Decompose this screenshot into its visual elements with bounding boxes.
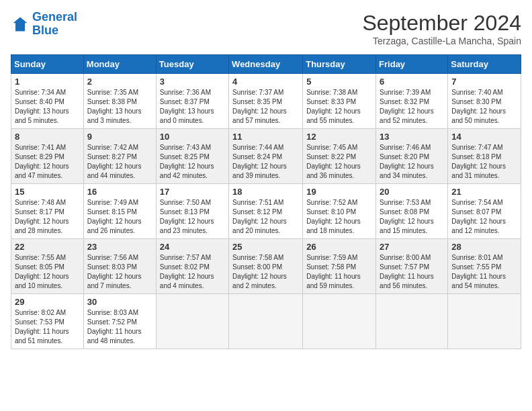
- day-info: Sunrise: 7:37 AMSunset: 8:35 PMDaylight:…: [232, 88, 299, 126]
- day-info: Sunrise: 7:39 AMSunset: 8:32 PMDaylight:…: [380, 88, 444, 126]
- calendar-cell: 4Sunrise: 7:37 AMSunset: 8:35 PMDaylight…: [229, 74, 303, 129]
- day-number: 3: [160, 77, 225, 87]
- day-info: Sunrise: 7:43 AMSunset: 8:25 PMDaylight:…: [160, 143, 225, 181]
- day-number: 8: [15, 132, 80, 142]
- calendar-cell: [376, 294, 448, 349]
- title-block: September 2024 Terzaga, Castille-La Manc…: [362, 11, 521, 46]
- logo-text: General Blue: [32, 11, 77, 38]
- day-info: Sunrise: 7:47 AMSunset: 8:18 PMDaylight:…: [451, 143, 517, 181]
- location: Terzaga, Castille-La Mancha, Spain: [362, 36, 521, 46]
- day-number: 28: [451, 242, 517, 252]
- day-number: 29: [15, 297, 80, 307]
- day-number: 12: [306, 132, 372, 142]
- day-info: Sunrise: 7:58 AMSunset: 8:00 PMDaylight:…: [232, 253, 299, 291]
- day-info: Sunrise: 7:36 AMSunset: 8:37 PMDaylight:…: [160, 88, 225, 126]
- day-info: Sunrise: 8:02 AMSunset: 7:53 PMDaylight:…: [15, 308, 80, 346]
- day-info: Sunrise: 7:40 AMSunset: 8:30 PMDaylight:…: [451, 88, 517, 126]
- calendar-cell: 24Sunrise: 7:57 AMSunset: 8:02 PMDayligh…: [156, 239, 228, 294]
- calendar-cell: 6Sunrise: 7:39 AMSunset: 8:32 PMDaylight…: [376, 74, 448, 129]
- day-number: 9: [87, 132, 152, 142]
- calendar-cell: [448, 294, 521, 349]
- day-number: 14: [451, 132, 517, 142]
- day-number: 20: [380, 187, 444, 197]
- day-number: 27: [380, 242, 444, 252]
- day-number: 13: [380, 132, 444, 142]
- column-header-thursday: Thursday: [303, 55, 376, 74]
- day-info: Sunrise: 7:45 AMSunset: 8:22 PMDaylight:…: [306, 143, 372, 181]
- day-info: Sunrise: 7:41 AMSunset: 8:29 PMDaylight:…: [15, 143, 80, 181]
- day-info: Sunrise: 7:59 AMSunset: 7:58 PMDaylight:…: [306, 253, 372, 291]
- calendar-cell: [303, 294, 376, 349]
- day-info: Sunrise: 7:50 AMSunset: 8:13 PMDaylight:…: [160, 198, 225, 236]
- day-number: 11: [232, 132, 299, 142]
- column-header-friday: Friday: [376, 55, 448, 74]
- day-number: 30: [87, 297, 152, 307]
- calendar-cell: [229, 294, 303, 349]
- svg-marker-0: [13, 17, 28, 31]
- page-header: General Blue September 2024 Terzaga, Cas…: [11, 11, 521, 46]
- calendar-week-row: 22Sunrise: 7:55 AMSunset: 8:05 PMDayligh…: [11, 239, 521, 294]
- calendar-week-row: 15Sunrise: 7:48 AMSunset: 8:17 PMDayligh…: [11, 184, 521, 239]
- day-number: 5: [306, 77, 372, 87]
- day-info: Sunrise: 8:03 AMSunset: 7:52 PMDaylight:…: [87, 308, 152, 346]
- day-number: 15: [15, 187, 80, 197]
- day-info: Sunrise: 7:52 AMSunset: 8:10 PMDaylight:…: [306, 198, 372, 236]
- day-number: 22: [15, 242, 80, 252]
- calendar-cell: 1Sunrise: 7:34 AMSunset: 8:40 PMDaylight…: [11, 74, 84, 129]
- calendar-cell: 21Sunrise: 7:54 AMSunset: 8:07 PMDayligh…: [448, 184, 521, 239]
- day-info: Sunrise: 7:34 AMSunset: 8:40 PMDaylight:…: [15, 88, 80, 126]
- calendar-cell: 22Sunrise: 7:55 AMSunset: 8:05 PMDayligh…: [11, 239, 84, 294]
- day-info: Sunrise: 7:38 AMSunset: 8:33 PMDaylight:…: [306, 88, 372, 126]
- day-info: Sunrise: 7:49 AMSunset: 8:15 PMDaylight:…: [87, 198, 152, 236]
- calendar-week-row: 1Sunrise: 7:34 AMSunset: 8:40 PMDaylight…: [11, 74, 521, 129]
- calendar-cell: 17Sunrise: 7:50 AMSunset: 8:13 PMDayligh…: [156, 184, 228, 239]
- day-number: 1: [15, 77, 80, 87]
- calendar-cell: 26Sunrise: 7:59 AMSunset: 7:58 PMDayligh…: [303, 239, 376, 294]
- day-info: Sunrise: 7:42 AMSunset: 8:27 PMDaylight:…: [87, 143, 152, 181]
- column-header-tuesday: Tuesday: [156, 55, 228, 74]
- column-header-sunday: Sunday: [11, 55, 84, 74]
- day-number: 16: [87, 187, 152, 197]
- column-header-monday: Monday: [83, 55, 156, 74]
- day-number: 21: [451, 187, 517, 197]
- day-info: Sunrise: 8:00 AMSunset: 7:57 PMDaylight:…: [380, 253, 444, 291]
- day-info: Sunrise: 7:56 AMSunset: 8:03 PMDaylight:…: [87, 253, 152, 291]
- day-number: 6: [380, 77, 444, 87]
- day-number: 7: [451, 77, 517, 87]
- day-info: Sunrise: 7:35 AMSunset: 8:38 PMDaylight:…: [87, 88, 152, 126]
- calendar-cell: 10Sunrise: 7:43 AMSunset: 8:25 PMDayligh…: [156, 129, 228, 184]
- day-info: Sunrise: 7:48 AMSunset: 8:17 PMDaylight:…: [15, 198, 80, 236]
- calendar-cell: [156, 294, 228, 349]
- calendar-week-row: 8Sunrise: 7:41 AMSunset: 8:29 PMDaylight…: [11, 129, 521, 184]
- calendar-cell: 8Sunrise: 7:41 AMSunset: 8:29 PMDaylight…: [11, 129, 84, 184]
- calendar-table: SundayMondayTuesdayWednesdayThursdayFrid…: [11, 54, 521, 349]
- day-info: Sunrise: 8:01 AMSunset: 7:55 PMDaylight:…: [451, 253, 517, 291]
- day-number: 2: [87, 77, 152, 87]
- calendar-cell: 23Sunrise: 7:56 AMSunset: 8:03 PMDayligh…: [83, 239, 156, 294]
- day-number: 10: [160, 132, 225, 142]
- calendar-cell: 12Sunrise: 7:45 AMSunset: 8:22 PMDayligh…: [303, 129, 376, 184]
- calendar-week-row: 29Sunrise: 8:02 AMSunset: 7:53 PMDayligh…: [11, 294, 521, 349]
- calendar-cell: 3Sunrise: 7:36 AMSunset: 8:37 PMDaylight…: [156, 74, 228, 129]
- calendar-cell: 16Sunrise: 7:49 AMSunset: 8:15 PMDayligh…: [83, 184, 156, 239]
- day-number: 17: [160, 187, 225, 197]
- calendar-cell: 7Sunrise: 7:40 AMSunset: 8:30 PMDaylight…: [448, 74, 521, 129]
- logo: General Blue: [11, 11, 77, 38]
- calendar-header-row: SundayMondayTuesdayWednesdayThursdayFrid…: [11, 55, 521, 74]
- day-info: Sunrise: 7:54 AMSunset: 8:07 PMDaylight:…: [451, 198, 517, 236]
- day-number: 19: [306, 187, 372, 197]
- day-number: 23: [87, 242, 152, 252]
- calendar-cell: 25Sunrise: 7:58 AMSunset: 8:00 PMDayligh…: [229, 239, 303, 294]
- calendar-cell: 20Sunrise: 7:53 AMSunset: 8:08 PMDayligh…: [376, 184, 448, 239]
- calendar-cell: 14Sunrise: 7:47 AMSunset: 8:18 PMDayligh…: [448, 129, 521, 184]
- day-info: Sunrise: 7:46 AMSunset: 8:20 PMDaylight:…: [380, 143, 444, 181]
- calendar-cell: 11Sunrise: 7:44 AMSunset: 8:24 PMDayligh…: [229, 129, 303, 184]
- column-header-saturday: Saturday: [448, 55, 521, 74]
- day-number: 24: [160, 242, 225, 252]
- calendar-cell: 15Sunrise: 7:48 AMSunset: 8:17 PMDayligh…: [11, 184, 84, 239]
- day-info: Sunrise: 7:55 AMSunset: 8:05 PMDaylight:…: [15, 253, 80, 291]
- day-number: 26: [306, 242, 372, 252]
- month-title: September 2024: [362, 11, 521, 36]
- calendar-cell: 9Sunrise: 7:42 AMSunset: 8:27 PMDaylight…: [83, 129, 156, 184]
- calendar-cell: 18Sunrise: 7:51 AMSunset: 8:12 PMDayligh…: [229, 184, 303, 239]
